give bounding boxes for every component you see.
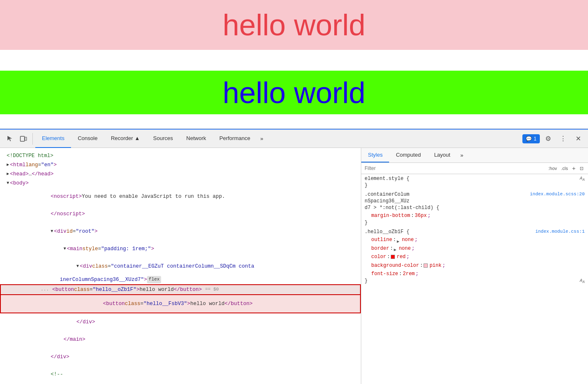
dom-line: <!DOCTYPE html> [0, 151, 361, 160]
dom-line: ▼<div id="root"> [0, 223, 361, 240]
font-size-aa: AA [580, 176, 585, 182]
message-icon: 💬 [526, 136, 532, 142]
cls-filter-badge[interactable]: .cls [560, 165, 569, 171]
close-icon: ✕ [576, 135, 581, 143]
dom-panel[interactable]: <!DOCTYPE html> ▶<html lang="en"> ▶ <hea… [0, 148, 361, 384]
style-rule-selector: element.style { AA [365, 176, 585, 182]
style-prop-bg-color: background-color: pink; [365, 261, 585, 270]
green-banner-text: hello world [223, 76, 365, 110]
style-prop-margin: margin-bottom: 36px; [365, 212, 585, 220]
styles-filter-input[interactable] [365, 165, 544, 171]
style-prop-color: color: red; [365, 253, 585, 261]
add-style-badge[interactable]: + [571, 165, 577, 172]
dom-line-selected[interactable]: ... <button class="hello__oZb1F">hello w… [0, 284, 361, 295]
styles-tab-more[interactable]: » [457, 148, 466, 162]
tab-more[interactable]: » [257, 130, 267, 148]
dom-line: </div> [0, 313, 361, 331]
style-rule-selector2c: d7 > *:not(:last-child) { [365, 205, 585, 211]
tab-elements[interactable]: Elements [35, 130, 71, 148]
dom-line: </noscript> [0, 205, 361, 223]
style-rule-close: } [365, 182, 585, 188]
dom-line: </main> [0, 331, 361, 348]
color-swatch-pink [424, 263, 428, 268]
pink-banner-text: hello world [223, 8, 365, 42]
settings-button[interactable]: ⚙ [541, 132, 555, 145]
styles-content: element.style { AA } .containerColum ind… [361, 174, 588, 384]
close-devtools-button[interactable]: ✕ [571, 132, 585, 145]
styles-tab-layout[interactable]: Layout [427, 148, 457, 162]
vertical-dots-icon: ⋮ [560, 135, 566, 143]
device-toggle-button[interactable] [17, 132, 30, 145]
styles-tab-styles[interactable]: Styles [361, 148, 389, 162]
color-swatch-red [391, 255, 395, 259]
style-rule-selector2b: nSpacing36__XUz [365, 198, 585, 204]
tab-console[interactable]: Console [71, 130, 104, 148]
styles-tab-computed[interactable]: Computed [389, 148, 427, 162]
devtools-panel: Elements Console Recorder ▲ Sources Netw… [0, 129, 588, 384]
styles-panel: Styles Computed Layout » :hov .cls + [361, 148, 588, 384]
style-rule-element: element.style { AA } [365, 176, 585, 188]
tab-sources[interactable]: Sources [147, 130, 180, 148]
style-rule-close2: } [365, 220, 585, 226]
pink-banner: hello world [0, 0, 588, 50]
dom-line: ▼<div class="container__EGZuT containerC… [0, 258, 361, 275]
style-rule-container: .containerColum index.module.scss:20 nSp… [365, 192, 585, 226]
dom-line: ▼<main style="padding: 1rem;"> [0, 240, 361, 258]
svg-rect-1 [25, 137, 27, 140]
expand-filter-badge[interactable]: ⊡ [578, 165, 585, 172]
dom-line: </div> [0, 348, 361, 366]
more-options-button[interactable]: ⋮ [556, 132, 570, 145]
dom-line: ▼<body> [0, 179, 361, 188]
tab-network[interactable]: Network [180, 130, 213, 148]
gear-icon: ⚙ [545, 135, 551, 143]
style-rule-selector2: .containerColum index.module.scss:20 [365, 192, 585, 197]
message-badge-button[interactable]: 💬 1 [522, 134, 540, 143]
style-prop-font-size: font-size: 2rem; [365, 270, 585, 278]
dom-line: <noscript>You need to enable JavaScript … [0, 188, 361, 205]
page-area: hello world hello world [0, 0, 588, 129]
style-prop-outline: outline: ▶ none; [365, 236, 585, 244]
green-banner: hello world [0, 71, 588, 114]
dom-line-highlighted: <button class="hello__FsbV3">hello world… [0, 295, 361, 313]
cursor-icon-button[interactable] [3, 132, 17, 145]
badge-count: 1 [534, 136, 537, 142]
style-prop-border: border: ▶ none; [365, 244, 585, 253]
filter-badges: :hov .cls + ⊡ [547, 165, 585, 172]
tab-recorder[interactable]: Recorder ▲ [104, 130, 147, 148]
toolbar-divider [32, 133, 33, 145]
svg-rect-0 [20, 136, 24, 141]
hov-filter-badge[interactable]: :hov [547, 165, 559, 171]
devtools-main: <!DOCTYPE html> ▶<html lang="en"> ▶ <hea… [0, 148, 588, 384]
dom-line: ▶<html lang="en"> [0, 160, 361, 170]
dom-line: <!-- [0, 366, 361, 383]
dom-line: ▶ <head>…</head> [0, 170, 361, 179]
tab-performance[interactable]: Performance [213, 130, 257, 148]
dom-line: inerColumnSpacing36__XUzd7"> flex [0, 275, 361, 284]
styles-tabs-bar: Styles Computed Layout » [361, 148, 588, 163]
style-rule-selector3: .hello__oZb1F { index.module.css:1 [365, 229, 585, 235]
style-source-link[interactable]: index.module.scss:20 [530, 192, 585, 197]
styles-filter-bar: :hov .cls + ⊡ [361, 163, 588, 174]
style-rule-hello: .hello__oZb1F { index.module.css:1 outli… [365, 229, 585, 284]
style-source-link2[interactable]: index.module.css:1 [535, 229, 585, 234]
devtools-right-icons: 💬 1 ⚙ ⋮ ✕ [522, 132, 585, 145]
font-size-aa2: AA [580, 278, 585, 284]
style-rule-close3: } AA [365, 278, 585, 284]
devtools-toolbar: Elements Console Recorder ▲ Sources Netw… [0, 130, 588, 148]
